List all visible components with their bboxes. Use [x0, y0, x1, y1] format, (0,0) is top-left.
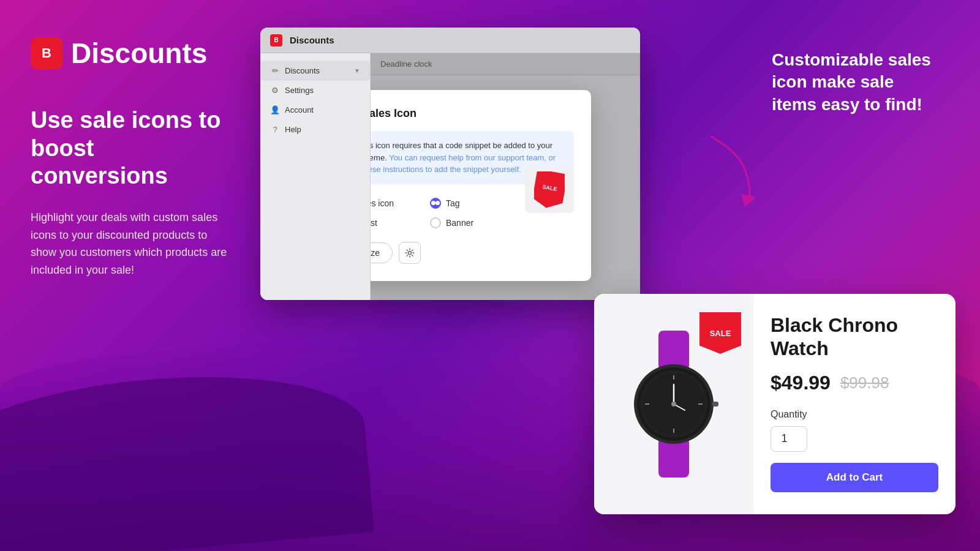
radio-circle-banner — [430, 217, 441, 228]
radio-options: No sales icon Tag Starburst — [371, 198, 515, 228]
svg-point-2 — [409, 251, 412, 254]
app-window: B Discounts ✏ Discounts ▼ ⚙ Settings 👤 A… — [260, 28, 640, 300]
brand-icon: B — [31, 37, 62, 69]
product-card: SALE Black Chrono Watch — [594, 294, 956, 514]
radio-label-no-icon: No sales icon — [371, 198, 394, 208]
window-title: Discounts — [290, 35, 334, 45]
sidebar-item-discounts[interactable]: ✏ Discounts ▼ — [260, 61, 370, 80]
chevron-icon: ▼ — [354, 67, 360, 74]
radio-label-banner: Banner — [446, 218, 473, 228]
quantity-input[interactable] — [771, 426, 807, 452]
svg-point-16 — [671, 402, 676, 407]
brand-title: Discounts — [71, 37, 207, 70]
discounts-icon: ✏ — [270, 66, 280, 75]
modal-overlay: Select Sales Icon The sales icon require… — [371, 53, 640, 300]
body-text: Highlight your deals with custom sales i… — [31, 209, 233, 279]
gear-icon — [405, 248, 415, 258]
modal-title: Select Sales Icon — [371, 107, 574, 120]
hero-text: Use sale icons to boost conversions — [31, 107, 233, 190]
help-icon: ? — [270, 124, 280, 134]
tag-preview: SALE — [525, 167, 574, 213]
product-image-area: SALE — [594, 294, 753, 514]
select-sales-icon-modal: Select Sales Icon The sales icon require… — [371, 90, 591, 281]
product-info: Black Chrono Watch $49.99 $99.98 Quantit… — [753, 294, 956, 514]
modal-actions: Customize — [371, 242, 574, 264]
customize-button[interactable]: Customize — [371, 242, 393, 263]
main-content-area: Deadline clock Select Sales Icon The sal… — [371, 53, 640, 300]
callout-text: Customizable sales icon make sale items … — [772, 49, 943, 116]
price-original: $99.98 — [840, 373, 889, 392]
app-title-icon: B — [270, 34, 282, 47]
watch-image — [619, 331, 729, 478]
price-current: $49.99 — [771, 372, 831, 394]
settings-icon: ⚙ — [270, 85, 280, 95]
sidebar-item-settings[interactable]: ⚙ Settings — [260, 80, 370, 100]
radio-tag[interactable]: Tag — [430, 198, 515, 209]
sidebar-item-discounts-label: Discounts — [285, 66, 320, 75]
sidebar-item-help-label: Help — [285, 125, 301, 134]
add-to-cart-button[interactable]: Add to Cart — [771, 463, 938, 492]
brand-header: B Discounts — [31, 37, 233, 70]
window-body: ✏ Discounts ▼ ⚙ Settings 👤 Account ? Hel… — [260, 53, 640, 300]
svg-rect-17 — [712, 402, 718, 407]
account-icon: 👤 — [270, 105, 280, 114]
sidebar-item-help[interactable]: ? Help — [260, 119, 370, 139]
svg-marker-3 — [739, 194, 756, 209]
sale-tag-shape: SALE — [534, 171, 565, 208]
radio-starburst[interactable]: Starburst — [371, 217, 412, 228]
left-section: B Discounts Use sale icons to boost conv… — [0, 0, 263, 551]
quantity-label: Quantity — [771, 409, 938, 420]
sidebar: ✏ Discounts ▼ ⚙ Settings 👤 Account ? Hel… — [260, 53, 371, 300]
sidebar-item-account[interactable]: 👤 Account — [260, 100, 370, 119]
settings-button-icon[interactable] — [399, 242, 421, 264]
sidebar-item-settings-label: Settings — [285, 86, 314, 95]
window-titlebar: B Discounts — [260, 28, 640, 53]
radio-banner[interactable]: Banner — [430, 217, 515, 228]
radio-label-starburst: Starburst — [371, 218, 377, 228]
right-callout: Customizable sales icon make sale items … — [772, 49, 943, 116]
sale-badge: SALE — [699, 312, 741, 354]
radio-label-tag: Tag — [446, 198, 460, 208]
radio-circle-tag — [430, 198, 441, 209]
sidebar-item-account-label: Account — [285, 105, 314, 114]
radio-no-sales-icon[interactable]: No sales icon — [371, 198, 412, 209]
price-row: $49.99 $99.98 — [771, 372, 938, 394]
arrow-decoration — [692, 129, 778, 223]
sale-tag-svg: SALE — [534, 171, 565, 208]
product-name: Black Chrono Watch — [771, 313, 938, 361]
